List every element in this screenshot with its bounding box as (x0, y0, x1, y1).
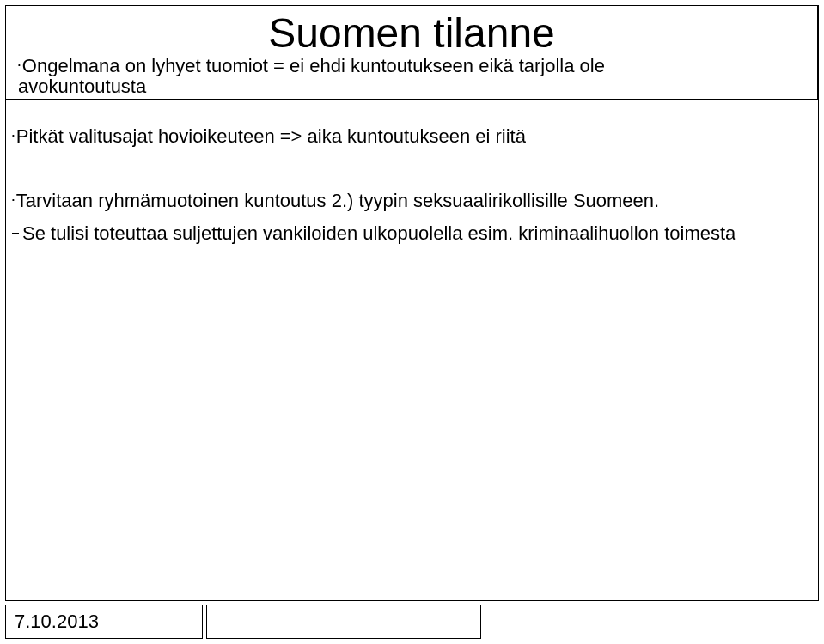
date-text: 7.10.2013 (15, 611, 99, 632)
dash-icon (12, 233, 19, 234)
date-box: 7.10.2013 (5, 605, 203, 639)
bullet-text-2: Tarvitaan ryhmämuotoinen kuntoutus 2.) t… (16, 190, 659, 211)
bullet-dot-icon: • (12, 131, 15, 140)
title-box: Suomen tilanne •Ongelmana on lyhyet tuom… (5, 5, 818, 100)
bullet-item-2: •Tarvitaan ryhmämuotoinen kuntoutus 2.) … (12, 189, 812, 214)
bullet-text-1: Pitkät valitusajat hovioikeuteen => aika… (16, 125, 526, 147)
bullet-dot-icon: • (18, 61, 21, 70)
title-bullet-2: avokuntoutusta (6, 76, 817, 98)
title-sub-text-1: Ongelmana on lyhyet tuomiot = ei ehdi ku… (22, 55, 605, 76)
title-sub-text-2: avokuntoutusta (18, 76, 146, 97)
bullet-item-3: Se tulisi toteuttaa suljettujen vankiloi… (12, 222, 812, 246)
bullet-item-1: •Pitkät valitusajat hovioikeuteen => aik… (12, 125, 812, 149)
slide-title: Suomen tilanne (6, 6, 817, 57)
slide-content: •Pitkät valitusajat hovioikeuteen => aik… (12, 125, 812, 286)
title-bullet-1: •Ongelmana on lyhyet tuomiot = ei ehdi k… (6, 55, 817, 77)
footer-empty-box (206, 605, 481, 639)
bullet-text-3: Se tulisi toteuttaa suljettujen vankiloi… (22, 222, 735, 244)
bullet-dot-icon: • (12, 196, 15, 204)
